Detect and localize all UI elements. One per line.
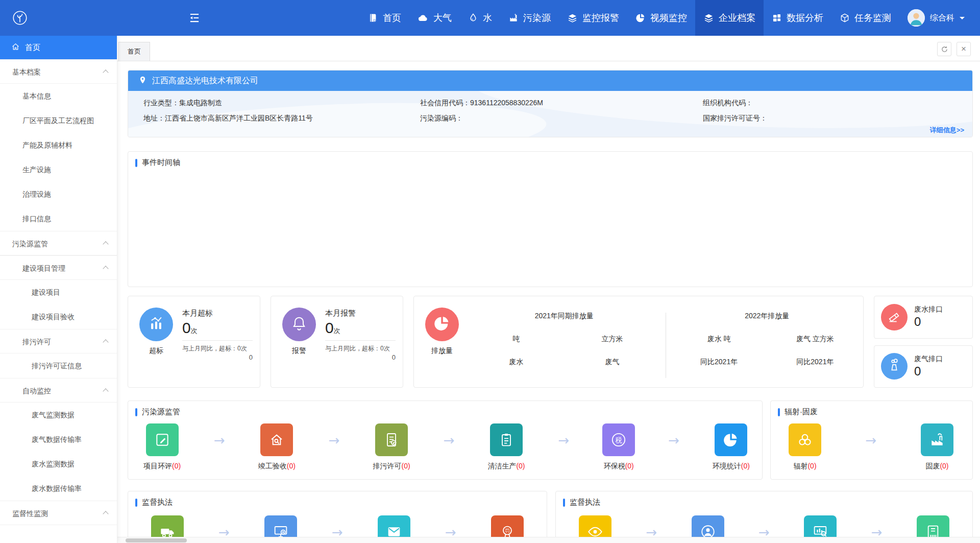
sidebar-item-water-transfer-rate[interactable]: 废水数据传输率 xyxy=(0,476,117,501)
nav-item-monitor-alarm[interactable]: 监控报警 xyxy=(559,0,627,36)
app-logo-icon xyxy=(11,9,29,27)
environment-tax-icon: 税 xyxy=(602,423,635,456)
home-icon xyxy=(11,42,20,53)
content: 江西高盛达光电技术有限公司 行业类型：集成电路制造 社会信用代码：9136112… xyxy=(117,61,980,543)
scrollbar-thumb[interactable] xyxy=(126,538,187,542)
field-address: 地址：江西省上饶市高新区芦洋工业园B区长青路11号 xyxy=(143,110,420,126)
sidebar-group-pollution-supervision[interactable]: 污染源监管 xyxy=(0,231,117,255)
nav-item-enterprise-archive[interactable]: 企业档案 xyxy=(695,0,764,36)
step-discharge-permit[interactable]: 排污许可(0) xyxy=(373,423,410,471)
arrow-right-icon: → xyxy=(214,433,225,448)
field-source-code: 污染源编码： xyxy=(420,110,703,126)
environment-statistics-icon xyxy=(715,423,747,456)
sidebar-item-treatment-facility[interactable]: 治理设施 xyxy=(0,182,117,206)
company-name: 江西高盛达光电技术有限公司 xyxy=(152,76,258,86)
close-button[interactable]: × xyxy=(957,42,971,56)
title-bar-icon xyxy=(778,408,780,416)
step-radiation[interactable]: 辐射(0) xyxy=(789,423,821,471)
chevron-up-icon xyxy=(103,69,108,75)
app-root: 首页 大气 水 污染源 xyxy=(0,0,980,543)
step-environment-statistics[interactable]: 环境统计(0) xyxy=(713,423,750,471)
water-pipe-icon xyxy=(887,309,901,325)
sidebar-item-label: 首页 xyxy=(25,43,40,53)
company-info: 行业类型：集成电路制造 社会信用代码：91361122058830226M 组织… xyxy=(128,91,972,137)
sidebar-item-outlet-info[interactable]: 排口信息 xyxy=(0,206,117,231)
nav-item-task-monitor[interactable]: 任务监测 xyxy=(831,0,899,36)
sidebar-group-supervisory-monitor[interactable]: 监督性监测 xyxy=(0,501,117,525)
sidebar-group-discharge-permit[interactable]: 排污许可 xyxy=(0,329,117,353)
sidebar-item-permit-info[interactable]: 排污许可证信息 xyxy=(0,353,117,378)
title-bar-icon xyxy=(135,408,137,416)
sidebar-group-construction-project[interactable]: 建设项目管理 xyxy=(0,255,117,280)
layers-icon xyxy=(703,13,714,23)
tab-home[interactable]: 首页 xyxy=(118,42,150,61)
bar-chart-icon xyxy=(148,315,165,334)
alarm-card: 报警 本月报警 0次 与上月同比，超标：0次 0 xyxy=(271,296,403,388)
project-eia-icon xyxy=(146,423,179,456)
horizontal-scrollbar[interactable] xyxy=(117,537,980,543)
nav-item-water[interactable]: 水 xyxy=(460,0,500,36)
chevron-up-icon xyxy=(103,388,108,394)
nav-item-label: 视频监控 xyxy=(650,12,687,24)
chevron-up-icon xyxy=(103,266,108,271)
sidebar-item-production-facility[interactable]: 生产设施 xyxy=(0,157,117,182)
sidebar-item-water-monitor-data[interactable]: 废水监测数据 xyxy=(0,452,117,476)
nav-item-pollution-source[interactable]: 污染源 xyxy=(500,0,559,36)
section-title: 监督执法 xyxy=(128,491,547,507)
pie-chart-icon xyxy=(433,315,451,334)
radiation-icon xyxy=(789,423,821,456)
stat-caption: 超标 xyxy=(149,346,163,356)
stat-caption: 排放量 xyxy=(431,346,453,356)
title-bar-icon xyxy=(563,499,565,507)
nav-item-label: 污染源 xyxy=(523,12,551,24)
nav-item-video-monitor[interactable]: 视频监控 xyxy=(627,0,695,36)
grid-icon xyxy=(772,13,782,23)
sidebar-item-gas-monitor-data[interactable]: 废气监测数据 xyxy=(0,403,117,427)
sidebar-item-home[interactable]: 首页 xyxy=(0,36,117,59)
pollution-supervision-panel: 污染源监管 项目环评(0) → xyxy=(128,400,763,480)
company-banner: 江西高盛达光电技术有限公司 xyxy=(128,70,972,91)
step-environment-tax[interactable]: 税 环保税(0) xyxy=(602,423,635,471)
user-menu[interactable]: 综合科 xyxy=(899,0,980,36)
user-name: 综合科 xyxy=(930,13,954,23)
home-book-icon xyxy=(368,13,378,23)
tab-bar: 首页 × xyxy=(117,36,980,61)
sidebar-item-capacity-materials[interactable]: 产能及原辅材料 xyxy=(0,133,117,157)
stat-title: 本月超标 xyxy=(182,309,253,318)
timeline-panel: 事件时间轴 xyxy=(128,151,973,287)
main-area: 首页 × 江西高盛达光电技术有限公司 行业类型：集成电路 xyxy=(117,36,980,543)
stat-value: 0次 xyxy=(325,319,396,337)
nav-item-data-analysis[interactable]: 数据分析 xyxy=(764,0,831,36)
step-solid-waste[interactable]: 固废(0) xyxy=(921,423,953,471)
nav-item-label: 水 xyxy=(483,12,492,24)
refresh-button[interactable] xyxy=(937,42,951,56)
solid-waste-icon xyxy=(921,423,953,456)
sidebar-item-plant-layout[interactable]: 厂区平面及工艺流程图 xyxy=(0,108,117,133)
sidebar-item-gas-transfer-rate[interactable]: 废气数据传输率 xyxy=(0,427,117,452)
sidebar-item-basic-info[interactable]: 基本信息 xyxy=(0,84,117,108)
sidebar-collapse-icon[interactable] xyxy=(188,11,201,25)
radiation-waste-panel: 辐射·固废 辐射(0) → xyxy=(770,400,973,480)
section-title: 污染源监管 xyxy=(128,401,762,417)
sidebar-group-basic-archive[interactable]: 基本档案 xyxy=(0,59,117,84)
tab-actions: × xyxy=(937,42,971,56)
sidebar-item-construction-project[interactable]: 建设项目 xyxy=(0,280,117,304)
sidebar-item-construction-acceptance[interactable]: 建设项目验收 xyxy=(0,304,117,329)
title-bar-icon xyxy=(135,159,137,167)
top-navbar: 首页 大气 水 污染源 xyxy=(0,0,980,36)
arrow-right-icon: → xyxy=(329,433,340,448)
step-completion-acceptance[interactable]: 竣工验收(0) xyxy=(258,423,296,471)
detail-info-link[interactable]: 详细信息>> xyxy=(930,126,964,135)
outlet-title: 废水排口 xyxy=(914,305,943,314)
emission-card: 排放量 2021年同期排放量 吨立方米 废水废气 2022年排放量 废水 吨废气… xyxy=(413,296,864,388)
nav-item-air[interactable]: 大气 xyxy=(409,0,460,36)
sidebar-group-auto-monitor[interactable]: 自动监控 xyxy=(0,378,117,403)
step-clean-production[interactable]: 清洁生产(0) xyxy=(487,423,525,471)
arrow-right-icon: → xyxy=(558,433,569,448)
timeline-title: 事件时间轴 xyxy=(128,152,972,168)
nav-item-label: 数据分析 xyxy=(787,12,823,24)
nav-item-home[interactable]: 首页 xyxy=(360,0,409,36)
step-project-eia[interactable]: 项目环评(0) xyxy=(143,423,181,471)
law-row: 监督执法 → → xyxy=(128,491,973,543)
nav-item-label: 首页 xyxy=(383,12,401,24)
